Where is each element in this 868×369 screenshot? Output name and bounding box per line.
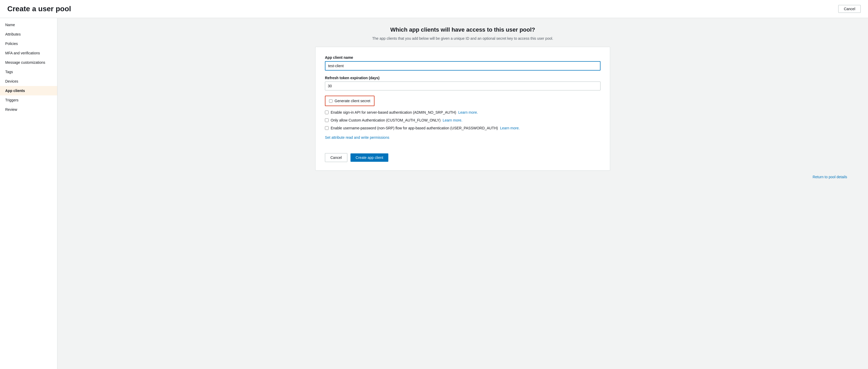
app-client-card: App client name Refresh token expiration… xyxy=(315,47,610,171)
sidebar-item-devices[interactable]: Devices xyxy=(0,77,57,86)
enable-sign-in-label: Enable sign-in API for server-based auth… xyxy=(331,110,456,114)
header-cancel-button[interactable]: Cancel xyxy=(838,5,861,13)
section-subtitle: The app clients that you add below will … xyxy=(68,36,858,40)
generate-client-secret-checkbox[interactable] xyxy=(329,99,333,103)
refresh-token-label: Refresh token expiration (days) xyxy=(325,76,600,80)
username-password-checkbox[interactable] xyxy=(325,126,329,130)
sidebar: Name Attributes Policies MFA and verific… xyxy=(0,18,57,369)
page-wrapper: Create a user pool Cancel Name Attribute… xyxy=(0,0,868,369)
return-to-pool-link[interactable]: Return to pool details xyxy=(813,175,847,179)
sidebar-item-mfa[interactable]: MFA and verifications xyxy=(0,48,57,58)
header: Create a user pool Cancel xyxy=(0,0,868,18)
sidebar-item-attributes[interactable]: Attributes xyxy=(0,30,57,39)
app-client-name-label: App client name xyxy=(325,55,600,60)
sidebar-item-policies[interactable]: Policies xyxy=(0,39,57,48)
refresh-token-input[interactable] xyxy=(325,82,600,90)
refresh-token-group: Refresh token expiration (days) xyxy=(325,76,600,90)
enable-sign-in-checkbox[interactable] xyxy=(325,111,329,114)
main-layout: Name Attributes Policies MFA and verific… xyxy=(0,18,868,369)
page-title: Create a user pool xyxy=(7,5,71,13)
sidebar-item-tags[interactable]: Tags xyxy=(0,67,57,77)
set-permissions-link[interactable]: Set attribute read and write permissions xyxy=(325,135,390,140)
custom-auth-checkbox[interactable] xyxy=(325,118,329,122)
username-password-label: Enable username-password (non-SRP) flow … xyxy=(331,126,498,130)
sidebar-item-message[interactable]: Message customizations xyxy=(0,58,57,67)
action-buttons: Cancel Create app client xyxy=(325,153,600,162)
custom-auth-learn-more[interactable]: Learn more. xyxy=(443,118,462,122)
username-password-learn-more[interactable]: Learn more. xyxy=(500,126,520,130)
footer-area: Return to pool details xyxy=(68,171,858,183)
sidebar-item-name[interactable]: Name xyxy=(0,20,57,30)
set-permissions-container: Set attribute read and write permissions xyxy=(325,135,600,147)
app-client-name-input[interactable] xyxy=(325,61,600,70)
custom-auth-label: Only allow Custom Authentication (CUSTOM… xyxy=(331,118,440,122)
custom-auth-row: Only allow Custom Authentication (CUSTOM… xyxy=(325,118,600,122)
content-area: Which app clients will have access to th… xyxy=(57,18,868,369)
cancel-button[interactable]: Cancel xyxy=(325,153,347,162)
create-app-client-button[interactable]: Create app client xyxy=(350,153,389,162)
section-title: Which app clients will have access to th… xyxy=(68,26,858,33)
username-password-row: Enable username-password (non-SRP) flow … xyxy=(325,126,600,130)
app-client-name-group: App client name xyxy=(325,55,600,70)
enable-sign-in-row: Enable sign-in API for server-based auth… xyxy=(325,110,600,114)
generate-client-secret-box: Generate client secret xyxy=(325,96,374,106)
sidebar-item-review[interactable]: Review xyxy=(0,105,57,114)
enable-sign-in-learn-more[interactable]: Learn more. xyxy=(458,110,478,114)
sidebar-item-triggers[interactable]: Triggers xyxy=(0,95,57,105)
generate-client-secret-label: Generate client secret xyxy=(335,99,370,103)
sidebar-item-app-clients[interactable]: App clients xyxy=(0,86,57,95)
